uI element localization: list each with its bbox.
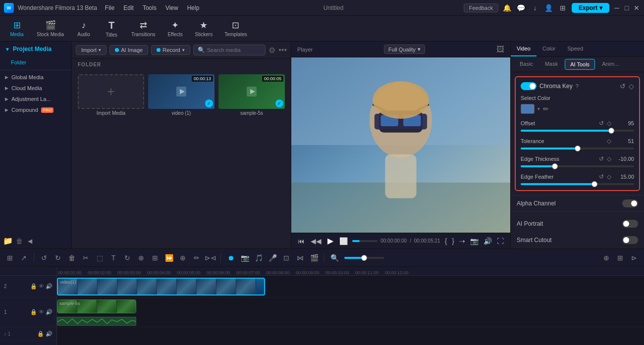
menu-help[interactable]: Help (183, 3, 204, 12)
tolerance-slider-thumb[interactable] (575, 146, 581, 151)
chroma-key-help-icon[interactable]: ? (576, 83, 579, 89)
chroma-key-toggle[interactable] (521, 82, 537, 90)
add-folder-icon[interactable]: 📁 (3, 236, 13, 246)
tolerance-slider[interactable] (521, 148, 634, 149)
edge-thickness-diamond-icon[interactable]: ◇ (607, 155, 611, 162)
record-icon[interactable]: ⏺ (225, 252, 237, 264)
chroma-reset-icon[interactable]: ↺ (620, 82, 626, 90)
cut-icon[interactable]: ✂ (80, 252, 92, 264)
track1-eye-icon[interactable]: 👁 (39, 309, 44, 315)
pen-icon[interactable]: ✏ (191, 252, 203, 264)
track2-audio-icon[interactable]: 🔊 (46, 283, 53, 290)
zoom-in-tl-icon[interactable]: ⊕ (600, 252, 612, 264)
edge-feather-slider-thumb[interactable] (591, 181, 597, 187)
menu-tools[interactable]: Tools (139, 3, 161, 12)
notification-icon[interactable]: 🔔 (502, 3, 512, 13)
quality-select[interactable]: Full Quality ▾ (384, 45, 425, 54)
close-button[interactable]: ✕ (633, 4, 640, 11)
tab-speed[interactable]: Speed (561, 42, 589, 56)
offset-slider-thumb[interactable] (608, 128, 614, 134)
alpha-channel-toggle[interactable] (622, 199, 638, 207)
search-input[interactable] (207, 47, 262, 53)
layout-icon[interactable]: ⊞ (614, 252, 626, 264)
import-media-item[interactable]: + Import Media (78, 74, 144, 116)
toolbar-stock-media[interactable]: 🎬 Stock Media (32, 18, 69, 39)
track1-audio-icon[interactable]: 🔊 (46, 309, 53, 315)
filter-icon[interactable]: ⚙ (268, 46, 275, 55)
rotate-icon[interactable]: ↻ (121, 252, 133, 264)
sidebar-item-global-media[interactable]: ▶ Global Media (0, 72, 71, 83)
project-media-header[interactable]: ▼ Project Media (0, 42, 71, 56)
chroma-diamond-icon[interactable]: ◇ (629, 82, 634, 90)
toolbar-titles[interactable]: T Titles (99, 18, 124, 40)
zoom-in-icon[interactable]: ⊕ (177, 252, 189, 264)
audio-track-icon[interactable]: 🎵 (253, 252, 265, 264)
skip-back-button[interactable]: ⏮ (296, 237, 306, 245)
toolbar-templates[interactable]: ⊡ Templates (219, 18, 252, 39)
export-button[interactable]: Export ▾ (572, 3, 609, 13)
delete-clip-icon[interactable]: 🗑 (66, 252, 78, 264)
video1-clip[interactable]: video(1) (57, 278, 265, 296)
tab-color[interactable]: Color (537, 42, 561, 56)
toolbar-transitions[interactable]: ⇄ Transitions (126, 18, 161, 39)
subtab-ai-tools[interactable]: AI Tools (565, 59, 595, 70)
fullscreen-button[interactable]: ⛶ (495, 237, 505, 245)
offset-diamond-icon[interactable]: ◇ (607, 120, 611, 127)
audio-button[interactable]: 🔊 (482, 237, 493, 245)
play-button[interactable]: ▶ (326, 236, 335, 246)
stop-button[interactable]: ⬜ (338, 237, 349, 245)
toolbar-stickers[interactable]: ★ Stickers (190, 18, 218, 39)
screenshot-button[interactable]: 📷 (469, 237, 480, 245)
color-swatch[interactable] (521, 104, 535, 114)
audio-lock-icon[interactable]: 🔒 (37, 331, 44, 337)
edge-feather-slider[interactable] (521, 183, 634, 185)
more-icon[interactable]: ••• (278, 46, 287, 54)
user-icon[interactable]: 👤 (544, 3, 554, 13)
sidebar-item-cloud-media[interactable]: ▶ Cloud Media (0, 83, 71, 94)
feedback-button[interactable]: Feedback (464, 3, 498, 12)
subtitle-icon[interactable]: ⊡ (280, 252, 292, 264)
frame-back-button[interactable]: ◀◀ (309, 237, 323, 245)
menu-view[interactable]: View (161, 3, 182, 12)
delete-icon[interactable]: 🗑 (16, 237, 23, 245)
toolbar-effects[interactable]: ✦ Effects (162, 18, 188, 39)
collapse-panel-button[interactable]: ◀ (26, 238, 34, 245)
chat-icon[interactable]: 💬 (516, 3, 526, 13)
edge-feather-reset-icon[interactable]: ↺ (599, 173, 604, 180)
sidebar-item-compound[interactable]: ▶ Compound PRO (0, 104, 71, 115)
ai-image-button[interactable]: AI Image (109, 45, 148, 55)
video1-item[interactable]: 00:00:13 ✓ video (1) (148, 74, 215, 116)
subtab-anim[interactable]: Anim... (597, 59, 624, 70)
edge-thickness-slider-thumb[interactable] (552, 163, 558, 169)
redo-icon[interactable]: ↻ (52, 252, 64, 264)
offset-slider[interactable] (521, 130, 634, 132)
smart-cutout-toggle[interactable] (622, 236, 638, 244)
clip-selector-button[interactable]: ⇢ (458, 237, 467, 245)
tolerance-diamond-icon[interactable]: ◇ (607, 138, 611, 145)
mark-out-button[interactable]: } (450, 237, 456, 245)
voice-icon[interactable]: 🎤 (267, 252, 278, 264)
undo-icon[interactable]: ↺ (38, 252, 50, 264)
download-icon[interactable]: ↓ (530, 3, 540, 13)
camera-icon[interactable]: 📷 (239, 252, 251, 264)
edge-thickness-slider[interactable] (521, 165, 634, 167)
track1-lock-icon[interactable]: 🔒 (30, 309, 37, 315)
preview-settings-icon[interactable]: 🖼 (496, 45, 504, 54)
sample5s-item[interactable]: 00:00:05 ✓ sample-5s (218, 74, 285, 116)
import-button[interactable]: Import ▾ (76, 45, 107, 55)
zoom-slider[interactable] (344, 257, 384, 259)
track2-eye-icon[interactable]: 👁 (39, 283, 44, 290)
zoom-slider-thumb[interactable] (361, 255, 367, 261)
sidebar-item-folder[interactable]: Folder (3, 57, 68, 68)
merge-icon[interactable]: ⋈ (294, 252, 306, 264)
insert-icon[interactable]: ⊞ (149, 252, 161, 264)
toolbar-media[interactable]: ⊞ Media (4, 18, 30, 39)
sidebar-item-adjustment[interactable]: ▶ Adjustment La... (0, 94, 71, 104)
track2-lock-icon[interactable]: 🔒 (30, 283, 37, 290)
color-dropdown-arrow[interactable]: ▾ (537, 106, 540, 111)
minimize-button[interactable]: ─ (613, 4, 620, 11)
speed-icon[interactable]: ⏩ (163, 252, 175, 264)
menu-file[interactable]: File (101, 3, 118, 12)
add-media-icon[interactable]: 🎬 (308, 252, 320, 264)
timeline-snap-icon[interactable]: ⊞ (4, 252, 16, 264)
